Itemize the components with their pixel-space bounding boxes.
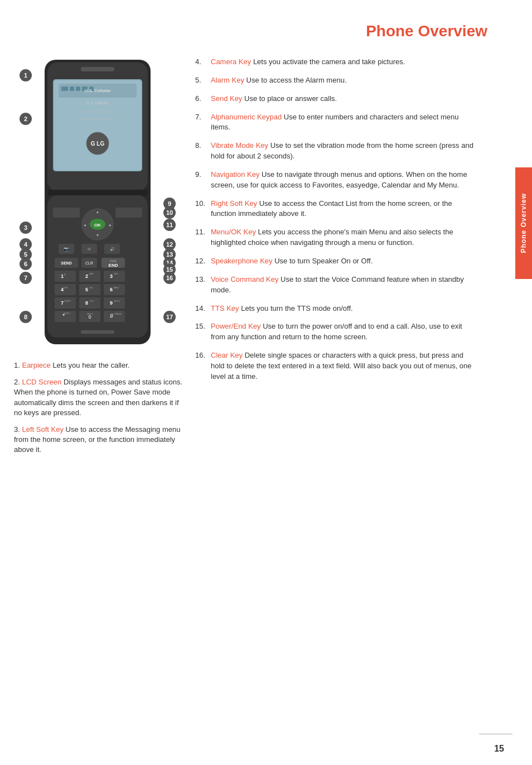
callout-11: 11 — [163, 219, 176, 231]
svg-text:Message   Menu   Contacts: Message Menu Contacts — [79, 117, 116, 121]
svg-text:▼: ▼ — [96, 233, 100, 237]
svg-text:ABC: ABC — [89, 272, 94, 275]
svg-text:Mon. Apr 11  1:01pm: Mon. Apr 11 1:01pm — [83, 110, 113, 113]
side-tab-text: Phone Overview — [520, 193, 528, 253]
svg-text:SEND: SEND — [61, 261, 71, 265]
svg-rect-50 — [55, 284, 76, 295]
bottom-line — [479, 734, 512, 734]
svg-text:3: 3 — [110, 273, 113, 279]
item-2: 2. LCD Screen Displays messages and stat… — [14, 377, 184, 418]
svg-rect-20 — [115, 208, 142, 218]
side-tab: Phone Overview — [515, 167, 532, 279]
svg-rect-62 — [79, 297, 100, 309]
callout-1: 1 — [20, 69, 32, 81]
svg-rect-53 — [79, 284, 100, 295]
svg-text:U.S. Cellular: U.S. Cellular — [86, 101, 109, 105]
svg-text:8: 8 — [85, 300, 88, 306]
svg-text:SHIFT: SHIFT — [64, 312, 70, 315]
item-3: 3. Left Soft Key Use to access the Messa… — [14, 425, 184, 455]
svg-text:@: @ — [64, 273, 66, 276]
list-item-11: 11. Menu/OK Key Lets you access the phon… — [195, 227, 476, 248]
svg-text:2: 2 — [85, 273, 88, 279]
svg-text:9: 9 — [110, 300, 113, 306]
svg-text:6: 6 — [110, 287, 113, 292]
callout-2: 2 — [20, 113, 32, 125]
callout-17: 17 — [163, 311, 176, 323]
callout-16: 16 — [163, 272, 176, 284]
svg-text:TUV: TUV — [89, 300, 94, 302]
svg-text:DEF: DEF — [114, 272, 119, 275]
list-item-6: 6. Send Key Use to place or answer calls… — [195, 94, 476, 104]
list-item-8: 8. Vibrate Mode Key Use to set the vibra… — [195, 141, 476, 162]
svg-text:🔊: 🔊 — [110, 247, 115, 252]
left-side: U.S. Cellular U.S. Cellular Mon. Apr 11 … — [11, 57, 184, 462]
svg-text:►: ► — [109, 223, 113, 227]
main-layout: U.S. Cellular U.S. Cellular Mon. Apr 11 … — [11, 57, 521, 462]
svg-rect-16 — [81, 67, 114, 71]
list-item-4: 4. Camera Key Lets you activate the came… — [195, 57, 476, 68]
phone-diagram: U.S. Cellular U.S. Cellular Mon. Apr 11 … — [17, 57, 178, 349]
svg-text:MNO: MNO — [114, 286, 119, 289]
list-item-9: 9. Navigation Key Use to navigate throug… — [195, 170, 476, 191]
svg-text:CLR: CLR — [85, 261, 93, 265]
svg-text:✉: ✉ — [88, 247, 91, 251]
page-container: Phone Overview — [0, 0, 532, 765]
list-item-12: 12. Speakerphone Key Use to turn Speaker… — [195, 256, 476, 267]
svg-rect-7 — [76, 86, 80, 91]
list-item-7: 7. Alphanumeric Keypad Use to enter numb… — [195, 112, 476, 133]
callout-6: 6 — [20, 258, 32, 270]
bottom-items: 1. Earpiece Lets you hear the caller. 2.… — [11, 360, 184, 455]
svg-text:5: 5 — [85, 287, 88, 292]
callout-10: 10 — [163, 206, 176, 219]
list-item-15: 15. Power/End Key Use to turn the power … — [195, 321, 476, 343]
list-item-14: 14. TTS Key Lets you turn the TTS mode o… — [195, 304, 476, 314]
svg-rect-19 — [53, 208, 80, 218]
svg-text:▲: ▲ — [96, 210, 100, 214]
svg-text:PQRS: PQRS — [64, 300, 71, 302]
svg-text:GHI: GHI — [64, 286, 67, 289]
list-item-10: 10. Right Soft Key Use to access the Con… — [195, 199, 476, 220]
item-1: 1. Earpiece Lets you hear the caller. — [14, 360, 184, 371]
svg-text:📷: 📷 — [64, 246, 69, 252]
svg-text:OK: OK — [94, 223, 101, 228]
svg-text:G LG: G LG — [91, 141, 105, 147]
svg-text:NEXT: NEXT — [87, 312, 93, 315]
svg-text:SPACE: SPACE — [114, 312, 122, 315]
svg-rect-41 — [55, 271, 76, 282]
callout-3: 3 — [20, 222, 32, 234]
callout-8: 8 — [20, 311, 32, 323]
svg-text:U.S. Cellular: U.S. Cellular — [84, 88, 110, 93]
page-title: Phone Overview — [11, 17, 521, 40]
svg-rect-65 — [104, 297, 125, 309]
svg-rect-5 — [61, 86, 68, 91]
callout-7: 7 — [20, 272, 32, 284]
page-number: 15 — [494, 744, 504, 754]
svg-rect-56 — [104, 284, 125, 295]
svg-text:JKL: JKL — [89, 286, 94, 289]
svg-rect-59 — [55, 297, 76, 309]
list-item-13: 13. Voice Command Key Use to start the V… — [195, 275, 476, 296]
right-side: 4. Camera Key Lets you activate the came… — [195, 57, 521, 390]
svg-text:#: # — [110, 312, 114, 319]
phone-svg: U.S. Cellular U.S. Cellular Mon. Apr 11 … — [17, 57, 178, 347]
svg-rect-77 — [81, 330, 114, 334]
list-item-5: 5. Alarm Key Use to access the Alarm men… — [195, 75, 476, 86]
svg-rect-17 — [47, 190, 148, 195]
list-item-16: 16. Clear Key Delete single spaces or ch… — [195, 350, 476, 382]
svg-text:END: END — [109, 263, 118, 268]
svg-text:7: 7 — [61, 300, 64, 306]
svg-text:WXYZ: WXYZ — [114, 300, 120, 302]
svg-text:◄: ◄ — [83, 223, 87, 227]
svg-rect-6 — [70, 86, 74, 91]
